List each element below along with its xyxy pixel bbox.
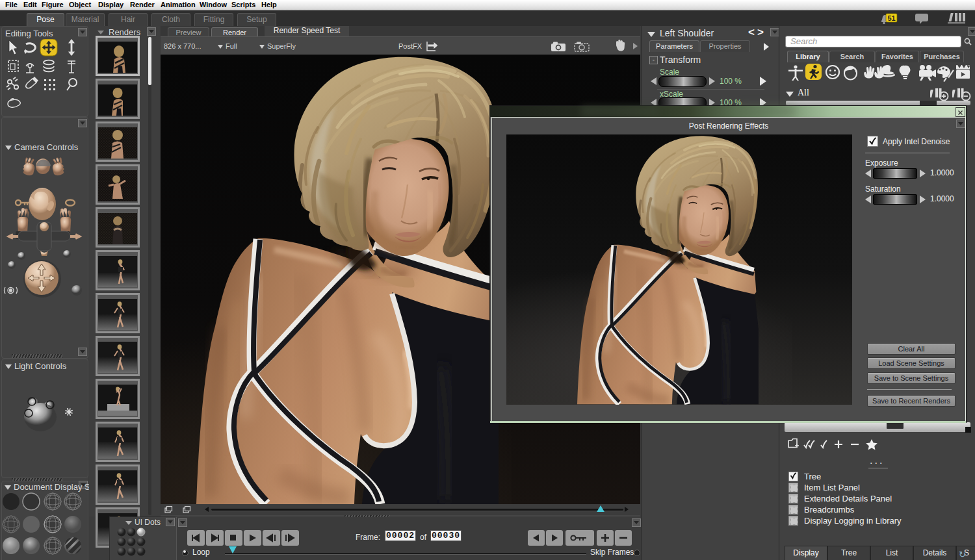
svg-text:51: 51: [887, 14, 895, 22]
